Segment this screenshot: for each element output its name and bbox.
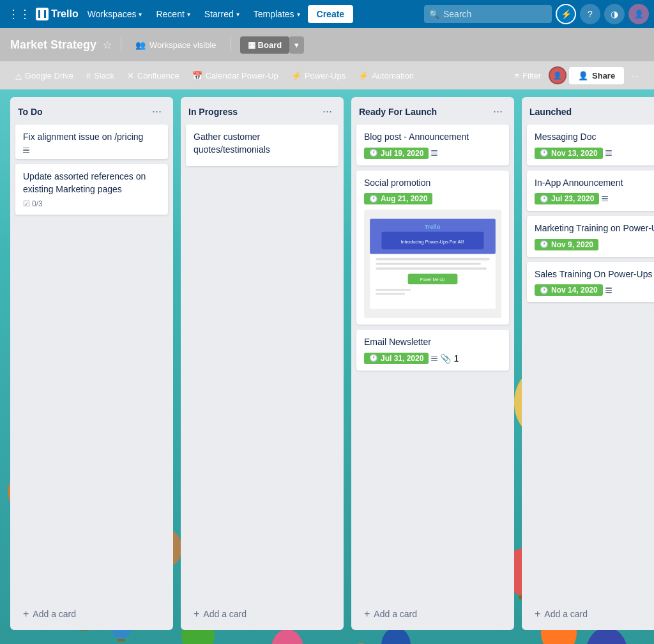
card-footer: 🕐 Aug 21, 2020 xyxy=(364,193,501,204)
board-view-button[interactable]: ▦ Board xyxy=(240,36,290,54)
create-button[interactable]: Create xyxy=(308,5,354,23)
slack-item[interactable]: # Slack xyxy=(81,68,119,83)
theme-icon[interactable]: ◑ xyxy=(604,4,625,24)
add-card-ready[interactable]: + Add a card xyxy=(356,603,509,625)
card-title: Gather customer quotes/testimonials xyxy=(194,131,331,156)
card-customer-quotes[interactable]: Gather customer quotes/testimonials xyxy=(186,125,338,166)
nav-items: Workspaces ▾ Recent ▾ Starred ▾ Template… xyxy=(81,5,353,23)
card-title: Social promotion xyxy=(364,177,501,190)
nav-workspaces[interactable]: Workspaces ▾ xyxy=(81,5,149,23)
card-sales-training[interactable]: Sales Training On Power-Ups 🕐 Nov 14, 20… xyxy=(527,262,654,303)
nav-logo-group: ⋮⋮ Trello xyxy=(5,4,79,24)
help-icon[interactable]: ? xyxy=(580,4,600,24)
notification-icon[interactable]: ⚡ xyxy=(556,4,576,24)
date-badge: 🕐 Jul 19, 2020 xyxy=(364,148,429,159)
trello-logo[interactable]: Trello xyxy=(36,8,79,20)
card-footer: 🕐 Jul 19, 2020 xyxy=(364,148,501,159)
board-header: Market Strategy ☆ 👥 Workspace visible ▦ … xyxy=(0,28,654,61)
nav-templates[interactable]: Templates ▾ xyxy=(247,5,307,23)
share-button[interactable]: 👤 Share xyxy=(569,67,624,84)
list-ready-for-launch: Ready For Launch ··· Blog post - Announc… xyxy=(351,97,514,630)
visibility-icon: 👥 xyxy=(135,40,146,50)
powerups-icon: ⚡ xyxy=(291,71,301,80)
card-footer: 🕐 Nov 9, 2020 xyxy=(535,239,654,250)
notification-wrap: ⚡ xyxy=(556,4,576,24)
date-badge: 🕐 Nov 14, 2020 xyxy=(535,284,603,296)
svg-text:Introducing Power-Ups For All!: Introducing Power-Ups For All! xyxy=(401,239,464,245)
attachment-icon: 📎 xyxy=(440,353,451,364)
filter-item[interactable]: ≡ Filter xyxy=(510,68,546,83)
card-icons: ☑ 0/3 xyxy=(23,199,160,208)
board-title[interactable]: Market Strategy xyxy=(10,38,96,52)
card-social-promotion[interactable]: Social promotion 🕐 Aug 21, 2020 Trello xyxy=(356,171,509,325)
starred-chevron: ▾ xyxy=(236,11,240,18)
add-icon: + xyxy=(364,608,370,620)
more-options[interactable]: ··· xyxy=(627,68,644,83)
card-email-newsletter[interactable]: Email Newsletter 🕐 Jul 31, 2020 📎 1 xyxy=(356,330,509,371)
list-header-todo: To Do ··· xyxy=(10,97,173,125)
description-icon-wrap xyxy=(23,148,29,153)
search-input[interactable] xyxy=(424,5,552,23)
card-fix-alignment[interactable]: Fix alignment issue on /pricing xyxy=(15,125,168,159)
powerups-item[interactable]: ⚡ Power-Ups xyxy=(286,68,351,83)
list-launched: Launched ··· Messaging Doc 🕐 Nov 13, 202… xyxy=(522,97,654,630)
list-menu-in-progress[interactable]: ··· xyxy=(319,103,336,119)
card-update-references[interactable]: Update assorted references on existing M… xyxy=(15,164,168,215)
grid-icon[interactable]: ⋮⋮ xyxy=(5,4,33,24)
list-title-todo: To Do xyxy=(18,107,43,117)
checklist-count: 0/3 xyxy=(32,199,43,208)
list-cards-todo: Fix alignment issue on /pricing Update a… xyxy=(10,125,173,601)
svg-rect-83 xyxy=(376,293,405,295)
toolbar-right: ≡ Filter 👤 👤 Share ··· xyxy=(510,66,644,84)
add-icon: + xyxy=(194,608,199,620)
board-visibility[interactable]: 👥 Workspace visible xyxy=(130,38,222,52)
top-nav: ⋮⋮ Trello Workspaces ▾ Recent ▾ Starred … xyxy=(0,0,654,28)
add-card-in-progress[interactable]: + Add a card xyxy=(186,603,338,625)
card-blog-post[interactable]: Blog post - Announcement 🕐 Jul 19, 2020 xyxy=(356,125,509,165)
add-card-todo[interactable]: + Add a card xyxy=(15,603,168,625)
share-icon: 👤 xyxy=(578,71,588,80)
divider-2 xyxy=(231,37,231,52)
confluence-icon: ✕ xyxy=(127,71,134,80)
attachment-count: 1 xyxy=(453,353,459,364)
list-header-in-progress: In Progress ··· xyxy=(181,97,344,125)
confluence-item[interactable]: ✕ Confluence xyxy=(122,68,185,83)
board-view-group: ▦ Board ▾ xyxy=(240,36,305,54)
svg-rect-66 xyxy=(118,639,125,641)
nav-starred[interactable]: Starred ▾ xyxy=(198,5,246,23)
list-todo: To Do ··· Fix alignment issue on /pricin… xyxy=(10,97,173,630)
clock-icon: 🕐 xyxy=(369,195,378,203)
clock-icon: 🕐 xyxy=(540,195,549,203)
card-title: Blog post - Announcement xyxy=(364,131,501,144)
date-badge: 🕐 Jul 23, 2020 xyxy=(535,193,599,204)
card-footer: 🕐 Jul 23, 2020 xyxy=(535,193,654,204)
card-marketing-training[interactable]: Marketing Training on Power-Ups 🕐 Nov 9,… xyxy=(527,216,654,257)
automation-icon: ⚡ xyxy=(358,71,369,80)
slack-icon: # xyxy=(86,71,91,80)
card-title: In-App Announcement xyxy=(535,177,654,190)
list-menu-todo[interactable]: ··· xyxy=(148,103,165,119)
card-in-app-announcement[interactable]: In-App Announcement 🕐 Jul 23, 2020 xyxy=(527,171,654,211)
star-icon[interactable]: ☆ xyxy=(103,39,112,51)
date-badge: 🕐 Nov 9, 2020 xyxy=(535,239,598,250)
card-messaging-doc[interactable]: Messaging Doc 🕐 Nov 13, 2020 xyxy=(527,125,654,165)
nav-right: 🔍 ⚡ ? ◑ 👤 xyxy=(424,4,649,24)
recent-chevron: ▾ xyxy=(187,11,190,18)
visibility-label: Workspace visible xyxy=(149,40,217,50)
list-in-progress: In Progress ··· Gather customer quotes/t… xyxy=(181,97,344,630)
nav-recent[interactable]: Recent ▾ xyxy=(149,5,196,23)
user-avatar[interactable]: 👤 xyxy=(628,4,649,24)
svg-rect-79 xyxy=(376,268,487,270)
automation-item[interactable]: ⚡ Automation xyxy=(353,68,419,83)
list-cards-launched: Messaging Doc 🕐 Nov 13, 2020 In-App Anno… xyxy=(522,125,654,601)
list-menu-ready[interactable]: ··· xyxy=(489,103,506,119)
google-drive-item[interactable]: △ Google Drive xyxy=(10,68,79,83)
add-card-launched[interactable]: + Add a card xyxy=(527,603,654,625)
board-view-chevron[interactable]: ▾ xyxy=(289,36,304,54)
calendar-icon: 📅 xyxy=(192,71,202,80)
divider xyxy=(121,37,121,52)
calendar-item[interactable]: 📅 Calendar Power-Up xyxy=(187,68,284,83)
list-title-launched: Launched xyxy=(529,107,572,117)
date-badge: 🕐 Aug 21, 2020 xyxy=(364,193,432,204)
member-avatar[interactable]: 👤 xyxy=(549,66,567,84)
